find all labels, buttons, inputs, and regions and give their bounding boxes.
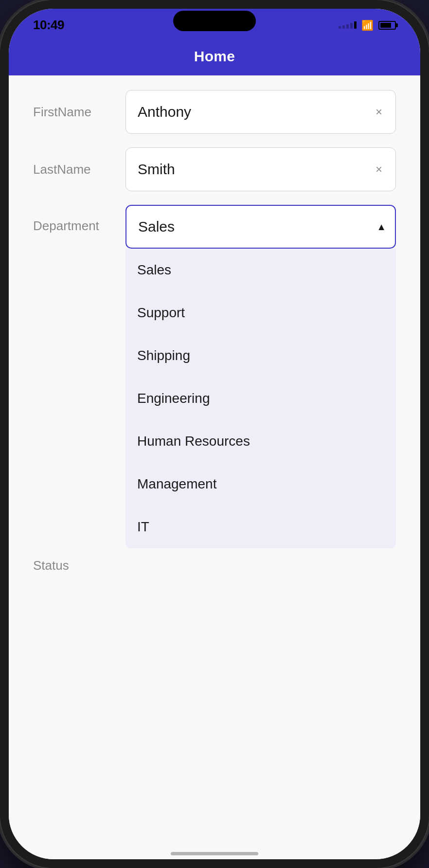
- lastname-label: LastName: [33, 162, 125, 177]
- department-label: Department: [33, 205, 125, 234]
- dynamic-island: [173, 11, 256, 31]
- department-dropdown-list: Sales Support Shipping Engineering Human…: [125, 249, 396, 548]
- lastname-clear-button[interactable]: ×: [371, 161, 387, 178]
- department-dropdown-trigger[interactable]: Sales ▲: [125, 205, 396, 249]
- main-content: FirstName × LastName ×: [9, 75, 420, 859]
- department-option-it[interactable]: IT: [125, 506, 396, 548]
- firstname-label: FirstName: [33, 105, 125, 120]
- firstname-input[interactable]: [125, 90, 396, 134]
- firstname-clear-button[interactable]: ×: [371, 104, 387, 120]
- department-option-management[interactable]: Management: [125, 463, 396, 506]
- home-indicator: [171, 852, 258, 855]
- status-time: 10:49: [33, 18, 64, 33]
- lastname-input[interactable]: [125, 147, 396, 191]
- department-option-sales[interactable]: Sales: [125, 249, 396, 291]
- department-option-human-resources[interactable]: Human Resources: [125, 420, 396, 463]
- screen: 10:49 📶 Home: [9, 9, 420, 859]
- department-option-support[interactable]: Support: [125, 291, 396, 334]
- lastname-input-wrapper: ×: [125, 147, 396, 191]
- status-row: Status: [33, 558, 396, 573]
- department-option-engineering[interactable]: Engineering: [125, 377, 396, 420]
- wifi-icon: 📶: [361, 19, 374, 31]
- department-dropdown-container: Sales ▲ Sales Support Shipping Engineeri…: [125, 205, 396, 548]
- lastname-row: LastName ×: [33, 147, 396, 191]
- department-selected-value: Sales: [138, 218, 175, 235]
- firstname-input-wrapper: ×: [125, 90, 396, 134]
- form-area: FirstName × LastName ×: [9, 75, 420, 588]
- firstname-row: FirstName ×: [33, 90, 396, 134]
- chevron-up-icon: ▲: [376, 221, 386, 233]
- battery-icon: [378, 21, 396, 30]
- status-icons: 📶: [339, 19, 396, 31]
- nav-bar: Home: [9, 38, 420, 75]
- status-label: Status: [33, 558, 125, 573]
- department-row: Department Sales ▲ Sales Support Shippin…: [33, 205, 396, 548]
- phone-frame: 10:49 📶 Home: [0, 0, 429, 868]
- signal-icon: [339, 21, 357, 29]
- nav-title: Home: [194, 48, 235, 64]
- department-option-shipping[interactable]: Shipping: [125, 334, 396, 377]
